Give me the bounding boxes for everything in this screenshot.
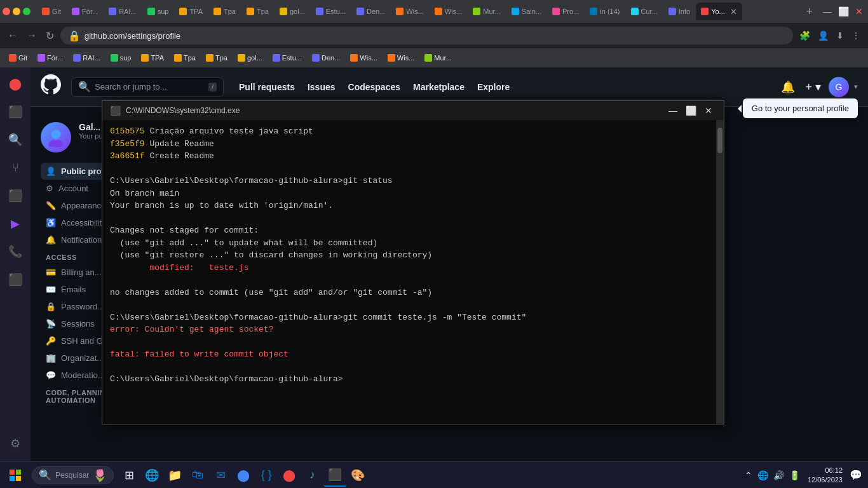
browser-tab-youtube[interactable]: Yo...✕ — [696, 3, 742, 20]
extensions-icon[interactable]: 🧩 — [797, 28, 813, 43]
browser-tab-cur[interactable]: Cur... — [626, 3, 663, 20]
taskbar-paint[interactable]: 🎨 — [346, 464, 369, 487]
settings-dots[interactable]: ⋮ — [849, 28, 863, 43]
browser-tab-linkedin[interactable]: in (14) — [585, 3, 625, 20]
sidebar-twitch[interactable]: ▶ — [4, 212, 27, 235]
browser-tab-tpa1[interactable]: TPA — [174, 3, 208, 20]
bookmark-Git[interactable]: Git — [5, 53, 31, 63]
sidebar-extensions[interactable]: ⬛ — [4, 184, 27, 207]
profile-icon[interactable]: 👤 — [815, 28, 831, 43]
cmd-minimize[interactable]: — — [665, 103, 681, 118]
user-avatar[interactable]: G — [829, 77, 849, 97]
browser-close[interactable]: ✕ — [853, 4, 865, 19]
cmd-scrollbar[interactable] — [716, 120, 724, 424]
sidebar-git[interactable]: ⑂ — [4, 156, 27, 179]
sidebar-files[interactable]: ⬛ — [4, 100, 27, 123]
github-logo[interactable] — [41, 74, 61, 99]
github-search[interactable]: 🔍 Search or jump to... / — [71, 78, 224, 97]
settings-nav-label: Appearance — [61, 201, 105, 210]
sidebar-search[interactable]: 🔍 — [4, 128, 27, 151]
cmd-maximize[interactable]: ⬜ — [683, 103, 698, 118]
tray-battery[interactable]: 🔋 — [788, 469, 801, 482]
address-field[interactable]: 🔒 github.com/settings/profile — [60, 27, 793, 44]
taskbar-vscode[interactable]: { } — [255, 464, 278, 487]
tray-chevron[interactable]: ⌃ — [743, 469, 754, 482]
taskbar-chrome[interactable]: ⬤ — [232, 464, 255, 487]
browser-restore[interactable]: ⬜ — [836, 4, 851, 19]
window-minimize[interactable] — [13, 8, 20, 15]
tray-volume[interactable]: 🔊 — [772, 469, 785, 482]
browser-tab-tpa3[interactable]: Tpa — [241, 3, 274, 20]
bookmark-sup[interactable]: sup — [107, 53, 135, 63]
svg-rect-2 — [10, 470, 15, 475]
gh-nav-marketplace[interactable]: Marketplace — [408, 79, 470, 95]
browser-tab-git[interactable]: Git — [37, 3, 66, 20]
bookmark-Fór...[interactable]: Fór... — [34, 53, 67, 63]
browser-tab-forum[interactable]: Fór... — [67, 3, 103, 20]
new-button[interactable]: + ▾ — [803, 78, 824, 97]
new-tab-button[interactable]: + — [802, 5, 817, 18]
taskbar-spotify[interactable]: ♪ — [301, 464, 323, 487]
browser-tab-den[interactable]: Den... — [351, 3, 390, 20]
tab-favicon-tpa2 — [214, 8, 221, 15]
cmd-window-controls: — ⬜ ✕ — [665, 103, 716, 118]
browser-tab-gold[interactable]: gol... — [275, 3, 310, 20]
bookmark-RAI...[interactable]: RAI... — [69, 53, 104, 63]
cmd-content[interactable]: 615b575 Criação arquivo teste java scrip… — [102, 120, 724, 424]
bookmark-Den...[interactable]: Den... — [308, 53, 344, 63]
cmd-close[interactable]: ✕ — [701, 103, 716, 118]
gh-nav-pull-requests[interactable]: Pull requests — [234, 79, 300, 95]
notifications-button[interactable]: 🔔 — [778, 78, 797, 97]
browser-tab-sain[interactable]: Sain... — [506, 3, 546, 20]
sidebar-cube[interactable]: ⬛ — [4, 268, 27, 291]
browser-tab-mur[interactable]: Mur... — [468, 3, 506, 20]
sidebar-phone[interactable]: 📞 — [4, 240, 27, 263]
settings-nav-label: Account — [58, 184, 88, 193]
profile-tooltip: Go to your personal profile — [743, 98, 858, 118]
taskbar-notifications[interactable]: 💬 — [846, 463, 865, 487]
bookmark-gol...[interactable]: gol... — [234, 53, 266, 63]
tab-favicon-pro — [552, 8, 560, 15]
browser-tab-sup1[interactable]: sup — [142, 3, 174, 20]
taskbar-edge[interactable]: 🌐 — [140, 464, 163, 487]
reload-button[interactable]: ↻ — [43, 27, 57, 44]
window-close[interactable] — [3, 8, 10, 15]
taskbar-cmd[interactable]: ⬛ — [323, 464, 346, 487]
gh-nav-issues[interactable]: Issues — [302, 79, 341, 95]
sidebar-settings[interactable]: ⚙ — [4, 432, 27, 455]
tray-network[interactable]: 🌐 — [756, 469, 770, 482]
browser-tab-tpa2[interactable]: Tpa — [208, 3, 241, 20]
bookmark-Estu...[interactable]: Estu... — [269, 53, 306, 63]
back-button[interactable]: ← — [5, 27, 20, 44]
browser-tab-pro[interactable]: Pro... — [547, 3, 584, 20]
browser-tab-rain[interactable]: RAI... — [104, 3, 142, 20]
bookmark-Tpa[interactable]: Tpa — [202, 53, 231, 63]
window-maximize[interactable] — [23, 8, 31, 15]
taskbar-store[interactable]: 🛍 — [186, 464, 209, 487]
taskbar-mail[interactable]: ✉ — [209, 464, 232, 487]
download-icon[interactable]: ⬇ — [834, 28, 846, 43]
settings-nav-icon: 🔑 — [46, 336, 56, 346]
start-button[interactable] — [3, 463, 28, 487]
browser-tab-info[interactable]: Info — [663, 3, 695, 20]
bookmark-Mur...[interactable]: Mur... — [421, 53, 456, 63]
browser-tab-wis1[interactable]: Wis... — [391, 3, 429, 20]
browser-minimize[interactable]: — — [820, 4, 834, 19]
forward-button[interactable]: → — [24, 27, 39, 44]
tab-close-youtube[interactable]: ✕ — [730, 7, 737, 17]
gh-nav-codespaces[interactable]: Codespaces — [343, 79, 405, 95]
taskbar-clock[interactable]: 06:12 12/06/2023 — [804, 466, 846, 484]
bookmark-TPA[interactable]: TPA — [137, 53, 168, 63]
browser-tab-wis2[interactable]: Wis... — [430, 3, 468, 20]
taskbar-app1[interactable]: ⬤ — [278, 464, 301, 487]
sidebar-alerts[interactable]: ⬤ — [4, 72, 27, 95]
avatar-chevron[interactable]: ▾ — [854, 83, 858, 91]
browser-tab-estu[interactable]: Estu... — [311, 3, 351, 20]
gh-nav-explore[interactable]: Explore — [472, 79, 515, 95]
taskbar-search[interactable]: 🔍 Pesquisar 🌷 — [32, 466, 114, 484]
taskbar-task-view[interactable]: ⊞ — [118, 464, 140, 487]
taskbar-explorer[interactable]: 📁 — [163, 464, 186, 487]
bookmark-Tpa[interactable]: Tpa — [170, 53, 200, 63]
bookmark-Wis...[interactable]: Wis... — [346, 53, 381, 63]
bookmark-Wis...[interactable]: Wis... — [384, 53, 419, 63]
